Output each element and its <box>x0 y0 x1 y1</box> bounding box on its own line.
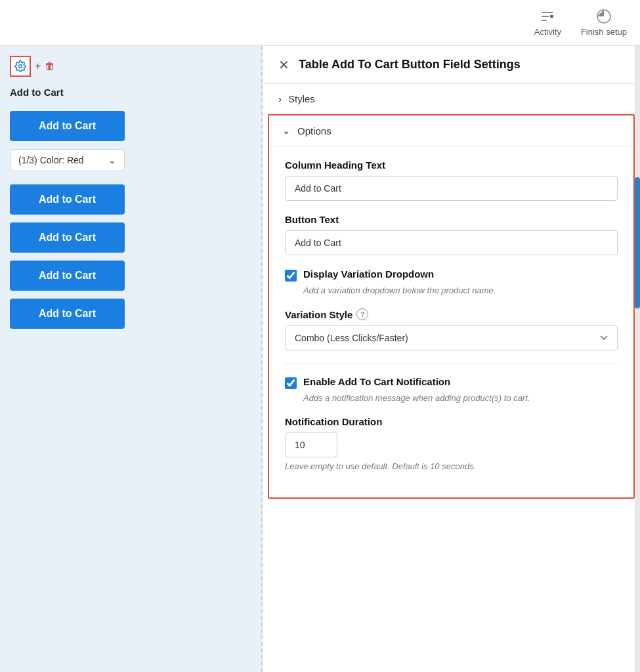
header-actions: + 🗑 <box>10 56 55 77</box>
button-text-field-group: Button Text <box>285 214 618 255</box>
add-to-cart-button-2[interactable]: Add to Cart <box>10 184 125 215</box>
styles-chevron-icon: › <box>278 93 282 104</box>
svg-rect-0 <box>550 15 553 18</box>
activity-icon <box>540 9 555 24</box>
svg-point-2 <box>19 65 22 68</box>
display-variation-checkbox[interactable] <box>285 270 297 282</box>
column-header: + 🗑 <box>10 56 251 77</box>
enable-notification-field-group: Enable Add To Cart Notification Adds a n… <box>285 376 618 403</box>
display-variation-checkbox-row: Display Variation Dropdown <box>285 268 618 282</box>
left-panel: + 🗑 Add to Cart Add to Cart (1/3) Color:… <box>0 46 263 672</box>
finish-setup-nav-item[interactable]: Finish setup <box>581 9 627 37</box>
finish-setup-label: Finish setup <box>581 27 627 37</box>
options-header[interactable]: ⌄ Options <box>269 116 633 146</box>
add-to-cart-button-3[interactable]: Add to Cart <box>10 222 125 253</box>
display-variation-label: Display Variation Dropdown <box>303 268 434 280</box>
styles-section[interactable]: › Styles <box>263 84 640 114</box>
add-to-cart-button-1[interactable]: Add to Cart <box>10 111 125 141</box>
enable-notification-label: Enable Add To Cart Notification <box>303 376 450 387</box>
activity-label: Activity <box>534 27 561 37</box>
options-label: Options <box>297 125 331 136</box>
column-heading-label: Column Heading Text <box>285 159 618 171</box>
add-to-cart-button-4[interactable]: Add to Cart <box>10 261 125 291</box>
button-text-label: Button Text <box>285 214 618 225</box>
notification-duration-help: Leave empty to use default. Default is 1… <box>285 461 618 471</box>
variation-style-help-icon[interactable]: ? <box>356 308 368 320</box>
options-section: ⌄ Options Column Heading Text Button Tex… <box>268 114 635 499</box>
top-bar: Activity Finish setup <box>0 0 640 46</box>
right-panel: ✕ Table Add To Cart Button Field Setting… <box>263 46 640 672</box>
display-variation-field-group: Display Variation Dropdown Add a variati… <box>285 268 618 295</box>
options-chevron-icon: ⌄ <box>282 125 291 136</box>
variation-dropdown-text: (1/3) Color: Red <box>18 155 84 165</box>
settings-header: ✕ Table Add To Cart Button Field Setting… <box>263 46 640 84</box>
enable-notification-help: Adds a notification message when adding … <box>303 393 618 403</box>
column-title: Add to Cart <box>10 87 251 98</box>
notification-duration-label: Notification Duration <box>285 416 618 427</box>
main-layout: + 🗑 Add to Cart Add to Cart (1/3) Color:… <box>0 46 640 672</box>
add-to-cart-button-5[interactable]: Add to Cart <box>10 299 125 329</box>
scrollbar-track[interactable] <box>635 46 640 672</box>
button-text-input[interactable] <box>285 230 618 255</box>
add-column-icon[interactable]: + <box>35 60 41 72</box>
options-body: Column Heading Text Button Text Display … <box>269 146 633 497</box>
variation-style-label-text: Variation Style <box>285 309 352 320</box>
settings-title: Table Add To Cart Button Field Settings <box>299 58 521 72</box>
variation-chevron-icon: ⌄ <box>108 155 116 165</box>
variation-style-label-row: Variation Style ? <box>285 308 618 320</box>
column-heading-field-group: Column Heading Text <box>285 159 618 201</box>
activity-nav-item[interactable]: Activity <box>534 9 561 37</box>
variation-dropdown[interactable]: (1/3) Color: Red ⌄ <box>10 149 125 171</box>
notification-duration-input[interactable] <box>285 432 337 457</box>
notification-duration-field-group: Notification Duration Leave empty to use… <box>285 416 618 471</box>
divider <box>285 364 618 364</box>
gear-icon-box[interactable] <box>10 56 31 77</box>
close-button[interactable]: ✕ <box>278 58 289 72</box>
enable-notification-checkbox[interactable] <box>285 377 297 389</box>
variation-style-field-group: Variation Style ? Combo (Less Clicks/Fas… <box>285 308 618 350</box>
gear-icon <box>14 60 26 72</box>
display-variation-help: Add a variation dropdown below the produ… <box>303 285 618 295</box>
styles-label: Styles <box>288 93 315 104</box>
column-heading-input[interactable] <box>285 176 618 201</box>
scrollbar-thumb[interactable] <box>635 177 640 308</box>
delete-column-icon[interactable]: 🗑 <box>45 60 55 72</box>
variation-style-select[interactable]: Combo (Less Clicks/Faster) Standard Drop… <box>285 326 618 350</box>
finish-setup-icon <box>596 9 612 24</box>
enable-notification-checkbox-row: Enable Add To Cart Notification <box>285 376 618 389</box>
